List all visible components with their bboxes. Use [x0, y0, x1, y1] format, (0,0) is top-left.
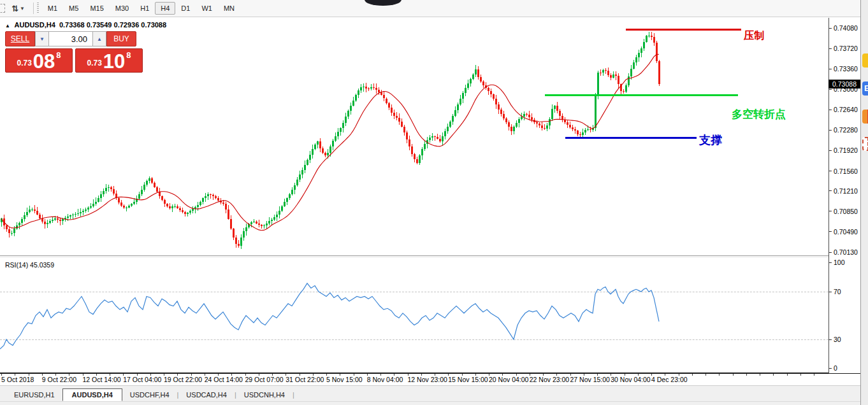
time-axis-label: 4 Dec 23:00 — [651, 376, 688, 383]
price-tick — [829, 231, 832, 232]
time-axis-label: 12 Oct 14:00 — [83, 376, 121, 383]
time-tick — [787, 374, 788, 376]
rsi-tick — [829, 292, 832, 292]
toolbar-grip-handle[interactable] — [37, 3, 39, 14]
rsi-axis-label: 30 — [834, 336, 841, 343]
time-tick — [773, 374, 774, 376]
panel-splitter[interactable] — [0, 255, 862, 256]
resistance-line[interactable] — [626, 29, 741, 31]
time-axis-label: 17 Oct 04:00 — [123, 376, 161, 383]
tab-separator: | — [293, 391, 294, 399]
dashed-outline-app-icon[interactable] — [862, 137, 868, 151]
blue-e-app-icon[interactable]: E — [862, 82, 868, 96]
volume-input[interactable] — [49, 31, 92, 46]
time-tick — [705, 374, 706, 376]
timeframe-button-h4[interactable]: H4 — [155, 2, 175, 15]
desktop-strip: E — [860, 0, 868, 405]
price-tick — [829, 130, 832, 131]
price-tick — [829, 110, 832, 110]
time-tick — [746, 374, 747, 376]
time-axis-label: 29 Oct 07:00 — [245, 376, 284, 383]
time-axis-label: 22 Nov 23:00 — [530, 376, 569, 383]
toolbar-separator — [33, 3, 34, 14]
price-tick — [829, 69, 832, 69]
yellow-app-icon[interactable] — [862, 53, 868, 68]
timeframe-button-d1[interactable]: D1 — [175, 2, 196, 15]
main-chart-area[interactable]: 压制 多空转折点 支撑 ▲ AUDUSD,H4 0.73368 0.73549 … — [0, 18, 828, 255]
chart-tab-usdchf-h4[interactable]: USDCHF,H4 — [122, 389, 177, 401]
buy-button[interactable]: BUY — [106, 31, 136, 46]
timeframe-button-w1[interactable]: W1 — [196, 2, 218, 15]
time-axis-label: 8 Nov 04:00 — [367, 376, 403, 383]
crosshair-tool-icon[interactable]: ⇅ — [11, 4, 18, 13]
time-axis-label: 5 Nov 15:00 — [326, 376, 363, 383]
rsi-axis-label: 0 — [834, 364, 837, 372]
buy-quote-box[interactable]: 0.73 10 8 — [75, 48, 143, 73]
timeframe-button-m30[interactable]: M30 — [110, 2, 134, 15]
volume-decrease-button[interactable]: ▼ — [35, 31, 49, 46]
price-axis-label: 0.72640 — [834, 106, 858, 113]
price-axis-label: 0.71560 — [834, 167, 858, 175]
time-axis-label: 9 Oct 22:00 — [42, 376, 76, 383]
chart-tab-bar: EURUSD,H1AUDUSD,H4USDCHF,H4|USDCAD,H4|US… — [0, 385, 862, 401]
top-toolbar: ⇅ ▼ M1M5M15M30H1H4D1W1MN — [0, 0, 860, 17]
orange-red-app-icon[interactable] — [862, 110, 868, 124]
chart-tab-audusd-h4[interactable]: AUDUSD,H4 — [62, 388, 122, 401]
ohlc-values: 0.73368 0.73549 0.72936 0.73088 — [59, 21, 166, 29]
price-axis-label: 0.72280 — [834, 126, 858, 134]
time-axis-label: 24 Oct 14:00 — [205, 376, 243, 383]
price-tick — [829, 48, 832, 49]
resistance-label: 压制 — [744, 29, 764, 43]
pivot-label: 多空转折点 — [732, 107, 786, 122]
rsi-axis-label: 70 — [834, 288, 841, 295]
symbol-label: AUDUSD,H4 — [15, 21, 55, 29]
rsi-value-label: RSI(14) 45.0359 — [5, 261, 54, 269]
one-click-trade-panel: SELL ▼ ▲ BUY 0.73 08 8 0.73 10 8 — [5, 31, 145, 73]
price-axis-label: 0.71210 — [834, 187, 858, 195]
time-axis[interactable]: 5 Oct 20189 Oct 22:0012 Oct 14:0017 Oct … — [0, 374, 862, 385]
price-axis-label: 0.71920 — [834, 146, 858, 154]
price-tick — [829, 252, 832, 253]
chart-tab-usdcad-h4[interactable]: USDCAD,H4 — [178, 389, 235, 401]
time-axis-label: 15 Nov 15:00 — [448, 376, 488, 383]
chart-ohlc-header: ▲ AUDUSD,H4 0.73368 0.73549 0.72936 0.73… — [5, 21, 166, 29]
timeframe-button-m15[interactable]: M15 — [84, 2, 109, 15]
support-line[interactable] — [565, 137, 697, 139]
chevron-down-icon[interactable]: ▼ — [20, 6, 25, 11]
time-axis-label: 30 Nov 04:00 — [611, 376, 650, 383]
rsi-indicator-area[interactable]: RSI(14) 45.0359 — [0, 259, 828, 373]
timeframe-button-h1[interactable]: H1 — [134, 2, 155, 15]
volume-increase-button[interactable]: ▲ — [92, 31, 106, 46]
timeframe-button-mn[interactable]: MN — [218, 2, 240, 15]
status-bar — [0, 401, 862, 405]
trading-platform-window: ⇅ ▼ M1M5M15M30H1H4D1W1MN 压制 多空转折点 支撑 ▲ A… — [0, 0, 868, 405]
price-tick — [829, 211, 832, 211]
time-axis-label: 20 Nov 04:00 — [489, 376, 528, 383]
rsi-axis-label: 100 — [834, 259, 845, 266]
timeframe-button-m1[interactable]: M1 — [42, 2, 63, 15]
chart-tab-usdcnh-h4[interactable]: USDCNH,H4 — [236, 389, 293, 401]
time-tick — [692, 374, 693, 376]
time-tick — [760, 374, 760, 376]
time-axis-label: 5 Oct 2018 — [1, 376, 34, 383]
price-tick — [829, 28, 832, 29]
price-axis-label: 0.73360 — [834, 65, 858, 73]
time-axis-label: 19 Oct 22:00 — [164, 376, 202, 383]
rsi-line-layer — [0, 259, 828, 373]
selection-rectangle-icon[interactable] — [0, 4, 5, 13]
price-tick — [829, 171, 832, 171]
sell-quote-box[interactable]: 0.73 08 8 — [5, 48, 73, 73]
time-tick — [800, 374, 801, 376]
timeframe-button-m5[interactable]: M5 — [63, 2, 84, 15]
time-axis-label: 27 Nov 15:00 — [570, 376, 610, 383]
rsi-tick — [829, 339, 832, 340]
time-axis-label: 12 Nov 23:00 — [408, 376, 447, 383]
price-axis[interactable]: 0.740800.737200.733600.730000.726400.722… — [829, 18, 860, 373]
price-axis-label: 0.74080 — [834, 24, 858, 32]
time-tick — [814, 374, 814, 376]
time-tick — [719, 374, 720, 376]
chart-tab-eurusd-h1[interactable]: EURUSD,H1 — [6, 389, 62, 401]
rsi-tick — [829, 368, 832, 369]
pivot-line[interactable] — [545, 94, 738, 96]
sell-button[interactable]: SELL — [5, 31, 35, 46]
